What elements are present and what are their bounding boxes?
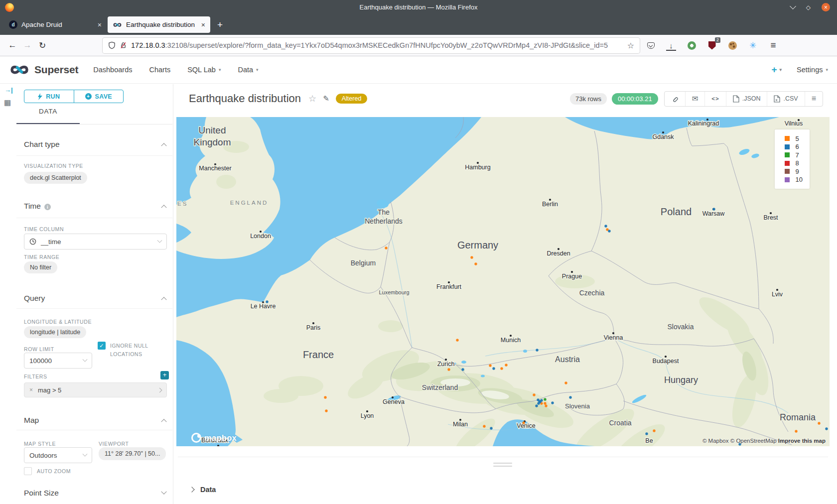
svg-text:Berlin: Berlin	[542, 201, 558, 208]
tab-data[interactable]: DATA	[16, 108, 80, 115]
svg-text:Slovakia: Slovakia	[668, 323, 694, 331]
time-range-pill[interactable]: No filter	[24, 261, 57, 273]
forward-button[interactable]: →	[20, 38, 35, 53]
nav-item-charts[interactable]: Charts	[149, 66, 170, 74]
svg-text:The: The	[378, 208, 390, 216]
legend-entry: 5	[780, 134, 803, 143]
shield-permissions-icon[interactable]	[108, 41, 116, 49]
svg-text:Hamburg: Hamburg	[465, 164, 490, 171]
embed-code-button[interactable]: <>	[704, 92, 725, 106]
save-button[interactable]: + SAVE	[74, 90, 124, 103]
bookmark-star-icon[interactable]: ☆	[627, 41, 634, 50]
new-tab-button[interactable]: +	[217, 19, 223, 30]
tab-earthquake-distribution[interactable]: Earthquake distribution ×	[108, 16, 210, 33]
tab-close-icon[interactable]: ×	[98, 21, 102, 29]
reload-button[interactable]: ↻	[35, 38, 50, 53]
lonlat-label: LONGITUDE & LATITUDE	[24, 319, 92, 325]
deckgl-map[interactable]: UnitedKingdomFranceGermanyTheNetherlands…	[176, 117, 830, 446]
viz-type-pill[interactable]: deck.gl Scatterplot	[24, 172, 87, 184]
datasource-grid-icon[interactable]: ▦	[4, 98, 11, 107]
adblock-extension-icon[interactable]: 2	[707, 40, 717, 50]
svg-text:Netherlands: Netherlands	[365, 217, 403, 225]
envelope-icon: ✉	[692, 94, 698, 103]
tab-apache-druid[interactable]: d Apache Druid ×	[4, 16, 107, 33]
lightning-icon	[38, 93, 42, 100]
favorite-star-icon[interactable]: ☆	[308, 93, 316, 104]
timer-badge: 00:00:03.21	[612, 93, 658, 105]
section-time[interactable]: Timei	[24, 202, 166, 211]
email-button[interactable]: ✉	[685, 92, 705, 106]
back-button[interactable]: ←	[5, 38, 20, 53]
edit-icon[interactable]: ✎	[323, 94, 329, 103]
resize-handle[interactable]	[493, 463, 513, 469]
pocket-icon[interactable]	[646, 40, 656, 50]
remove-filter-icon[interactable]: ×	[24, 386, 38, 393]
section-chart-type[interactable]: Chart type	[24, 140, 166, 149]
time-column-select[interactable]: __time	[24, 234, 167, 250]
map-style-select[interactable]: Outdoors	[24, 447, 92, 463]
extension-badge: 2	[715, 37, 720, 43]
nav-item-dashboards[interactable]: Dashboards	[93, 66, 132, 74]
chevron-right-icon[interactable]	[157, 387, 162, 392]
privacy-extension-icon[interactable]	[687, 40, 697, 50]
svg-text:Brest: Brest	[763, 214, 778, 221]
share-link-button[interactable]	[665, 92, 685, 106]
auto-zoom-checkbox[interactable]	[24, 467, 32, 475]
cookie-extension-icon[interactable]	[727, 40, 737, 50]
map-attribution: © Mapbox © OpenStreetMap Improve this ma…	[702, 438, 826, 444]
section-query[interactable]: Query	[24, 294, 166, 303]
svg-text:Slovenia: Slovenia	[565, 402, 590, 410]
svg-text:Frankfurt: Frankfurt	[436, 283, 462, 290]
section-map[interactable]: Map	[24, 416, 166, 425]
chevron-up-icon[interactable]	[161, 297, 166, 302]
add-filter-button[interactable]: +	[160, 371, 169, 379]
svg-text:Poland: Poland	[661, 206, 692, 217]
export-json-button[interactable]: .JSON	[726, 92, 767, 106]
row-limit-select[interactable]: 100000	[24, 353, 92, 369]
chevron-down-icon[interactable]	[161, 489, 166, 495]
svg-text:Munich: Munich	[501, 337, 521, 344]
svg-text:Belgium: Belgium	[351, 259, 376, 267]
improve-map-link[interactable]: Improve this map	[778, 438, 826, 444]
chart-area: Earthquake distribution ☆ ✎ Altered 73k …	[173, 84, 837, 504]
window-maximize-icon[interactable]: ◇	[806, 4, 811, 10]
tab-close-icon[interactable]: ×	[201, 21, 205, 29]
settings-menu[interactable]: Settings▾	[797, 66, 828, 74]
extension-asterisk-icon[interactable]: ✳	[748, 40, 758, 50]
url-text: 172.18.0.3:32108/superset/explore/?form_…	[131, 41, 623, 49]
nav-item-data[interactable]: Data▾	[238, 66, 258, 74]
plus-circle-icon: +	[85, 93, 92, 100]
export-csv-button[interactable]: .CSV	[767, 92, 804, 106]
download-icon[interactable]: ↓	[666, 40, 676, 50]
svg-text:Venice: Venice	[517, 422, 536, 429]
url-input[interactable]: 172.18.0.3:32108/superset/explore/?form_…	[103, 38, 640, 53]
nav-item-sql-lab[interactable]: SQL Lab▾	[187, 66, 221, 74]
chart-menu-button[interactable]: ≡	[805, 92, 823, 106]
lock-insecure-icon[interactable]	[120, 41, 127, 49]
collapse-panel-icon[interactable]: →|	[4, 86, 13, 94]
add-new-button[interactable]: +▾	[771, 64, 782, 75]
clock-icon	[29, 238, 36, 245]
chevron-up-icon[interactable]	[161, 205, 166, 210]
chevron-up-icon[interactable]	[161, 143, 166, 148]
mapbox-logo[interactable]: mapbox	[191, 433, 237, 443]
ignore-null-checkbox[interactable]: ✓	[98, 342, 106, 350]
window-close-icon[interactable]: ×	[822, 3, 830, 11]
svg-text:Zurich: Zurich	[437, 361, 455, 368]
run-button[interactable]: RUN	[24, 90, 74, 103]
menu-button[interactable]: ≡	[768, 40, 778, 50]
section-point-size[interactable]: Point Size	[24, 489, 166, 498]
viewport-pill[interactable]: 11° 28' 29.70" | 50...	[99, 447, 166, 460]
druid-icon: d	[9, 20, 17, 29]
svg-text:Czechia: Czechia	[579, 289, 605, 297]
filter-pill[interactable]: × mag > 5	[24, 382, 167, 397]
legend-entry: 7	[780, 151, 803, 159]
data-panel-toggle[interactable]: Data	[190, 486, 216, 494]
svg-text:Germany: Germany	[457, 240, 498, 251]
lonlat-pill[interactable]: longitude | latitude	[24, 326, 86, 338]
info-icon: i	[44, 204, 51, 210]
svg-text:London: London	[250, 233, 271, 240]
window-minimize-icon[interactable]	[790, 3, 796, 9]
chevron-up-icon[interactable]	[161, 419, 166, 424]
superset-brand[interactable]: Superset	[9, 63, 78, 76]
